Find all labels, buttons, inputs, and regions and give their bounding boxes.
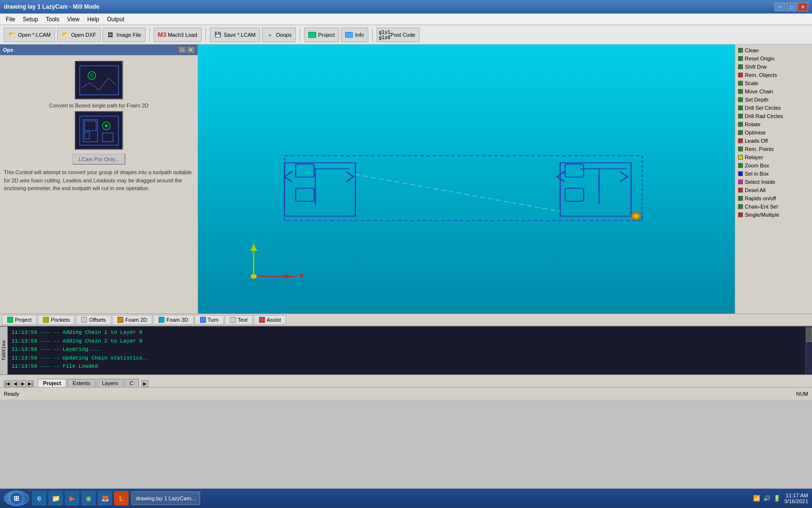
toolbar-separator-1 (149, 28, 150, 42)
leads-off-button[interactable]: Leads Off (736, 137, 811, 145)
ops-titlebar: Ops □ ✕ (0, 45, 198, 55)
scale-button[interactable]: Scale (736, 79, 811, 87)
zoom-box-button[interactable]: Zoom Box (736, 162, 811, 169)
tab-pockets-button[interactable]: Pockets (38, 315, 75, 325)
log-scrollbar-thumb[interactable] (806, 328, 812, 342)
menu-file[interactable]: File (2, 15, 19, 24)
rem-points-color (738, 147, 743, 151)
relayer-button[interactable]: Relayer (736, 153, 811, 161)
post-code-button[interactable]: g1y1g1x0 Post Code (377, 28, 420, 42)
info-button[interactable]: Info (341, 28, 368, 42)
canvas-area[interactable]: 10.43 (198, 45, 735, 314)
window-title: drawing lay 1 LazyCam - Mill Mode (4, 3, 774, 10)
tab-c[interactable]: C (124, 379, 139, 387)
rem-points-button[interactable]: Rem. Points (736, 145, 811, 153)
preview-svg-2 (77, 114, 121, 148)
drill-rad-circles-button[interactable]: Drill Rad Circles (736, 112, 811, 120)
ooops-button[interactable]: ● Ooops (262, 28, 296, 42)
taskbar-media-icon[interactable]: ▶ (65, 491, 79, 506)
status-right: NUM (796, 391, 808, 397)
menu-view[interactable]: View (63, 15, 84, 24)
reset-origin-color (738, 56, 743, 61)
taskbar-app-icon[interactable]: L (114, 491, 129, 506)
tab-scroll-right[interactable]: ▶ (142, 380, 148, 387)
svg-line-3 (80, 66, 118, 95)
tab-foam3d-button[interactable]: Foam 3D (153, 315, 193, 325)
rapids-on-off-button[interactable]: Rapids on/off (736, 194, 811, 202)
move-chain-button[interactable]: Move Chain (736, 88, 811, 95)
ops-restore-button[interactable]: □ (178, 46, 186, 53)
preview-image-1 (75, 61, 123, 100)
open-lcam-button[interactable]: 📂 Open *.LCAM (4, 28, 55, 42)
optimise-button[interactable]: Optimise (736, 129, 811, 136)
clean-button[interactable]: Clean (736, 46, 811, 54)
taskbar-firefox-icon[interactable]: 🦊 (98, 491, 112, 506)
tab-extents[interactable]: Extents (67, 379, 96, 387)
drill-sel-circles-button[interactable]: Drill Sel Circles (736, 104, 811, 112)
image-file-button[interactable]: 🖼 Image File (102, 28, 145, 42)
active-app-taskbar[interactable]: drawing lay 1 LazyCam... (131, 492, 200, 505)
close-button[interactable]: ✕ (798, 2, 808, 11)
start-button[interactable]: ⊞ (4, 491, 29, 506)
mach3-icon: M3 (158, 31, 166, 39)
project-button[interactable]: Project (304, 28, 339, 42)
taskbar-ie-icon[interactable]: e (32, 491, 46, 506)
system-tray: 📶 🔊 🔋 (753, 495, 781, 502)
tab-first-button[interactable]: |◀ (4, 380, 11, 387)
tab-text-icon (230, 317, 236, 323)
tab-text-button[interactable]: Text (225, 315, 253, 325)
tab-assist-button[interactable]: Assist (254, 315, 286, 325)
ops-close-button[interactable]: ✕ (187, 46, 195, 53)
tab-layers[interactable]: Layers (97, 379, 123, 387)
desel-all-button[interactable]: Desel All (736, 186, 811, 194)
tab-project-button[interactable]: Project (2, 315, 37, 325)
tab-foam2d-button[interactable]: Foam 2D (112, 315, 152, 325)
preview-svg-1 (77, 63, 121, 97)
project-icon (308, 32, 316, 38)
lcam-pro-button[interactable]: LCam Pro Only... (72, 154, 126, 164)
single-multiple-button[interactable]: Single/Multiple (736, 211, 811, 219)
sel-in-box-color (738, 171, 743, 176)
tab-prev-button[interactable]: ◀ (12, 380, 18, 387)
clock-display: 11:17 AM 9/16/2021 (784, 493, 808, 504)
main-layout: Ops □ ✕ Convert to Boxed single path for… (0, 45, 812, 314)
menu-setup[interactable]: Setup (19, 15, 42, 24)
taskbar-folder-icon[interactable]: 📁 (48, 491, 63, 506)
menu-tools[interactable]: Tools (42, 15, 63, 24)
time-display: 11:17 AM (784, 493, 808, 498)
svg-rect-6 (85, 121, 96, 131)
menu-help[interactable]: Help (84, 15, 103, 24)
minimize-button[interactable]: ─ (774, 2, 785, 11)
set-depth-button[interactable]: Set Depth (736, 96, 811, 104)
log-scrollbar[interactable] (805, 327, 812, 374)
tab-foam3d-icon (159, 317, 164, 323)
svg-rect-11 (198, 45, 735, 314)
ops-panel: Ops □ ✕ Convert to Boxed single path for… (0, 45, 198, 314)
drill-rad-color (738, 114, 743, 119)
taskbar-chrome-icon[interactable]: ◉ (81, 491, 96, 506)
reset-origin-button[interactable]: Reset Origin (736, 55, 811, 62)
mach3-load-button[interactable]: M3 Mach3 Load (154, 28, 202, 42)
select-inside-color (738, 179, 743, 184)
shift-drw-button[interactable]: Shift Drw (736, 63, 811, 71)
rem-objects-button[interactable]: Rem. Objects (736, 71, 811, 79)
log-area: TabView 11:13:59 --- -- Adding Chain 1 t… (0, 326, 812, 374)
save-lcam-button[interactable]: 💾 Save *.LCAM (210, 28, 260, 42)
sel-in-box-button[interactable]: Sel in Box (736, 170, 811, 178)
window-controls: ─ □ ✕ (774, 2, 808, 11)
tab-offsets-button[interactable]: Offsets (76, 315, 111, 325)
log-line-5: 11:13:59 --- -- File Loaded (12, 362, 808, 371)
tab-last-button[interactable]: ▶| (27, 380, 34, 387)
menu-output[interactable]: Output (103, 15, 128, 24)
open-dxf-button[interactable]: 📂 Open DXF (57, 28, 101, 42)
tab-next-button[interactable]: ▶ (19, 380, 26, 387)
tab-project[interactable]: Project (38, 379, 66, 387)
bottom-tabs-toolbar: Project Pockets Offsets Foam 2D Foam 3D … (0, 314, 812, 326)
ops-title: Ops (3, 47, 13, 53)
maximize-button[interactable]: □ (786, 2, 797, 11)
tab-turn-button[interactable]: Turn (195, 315, 224, 325)
select-inside-button[interactable]: Select Inside (736, 178, 811, 186)
chain-ent-sel-button[interactable]: Chain-Ent Sel (736, 203, 811, 210)
single-multiple-color (738, 212, 743, 217)
rotate-button[interactable]: Rotate (736, 120, 811, 128)
